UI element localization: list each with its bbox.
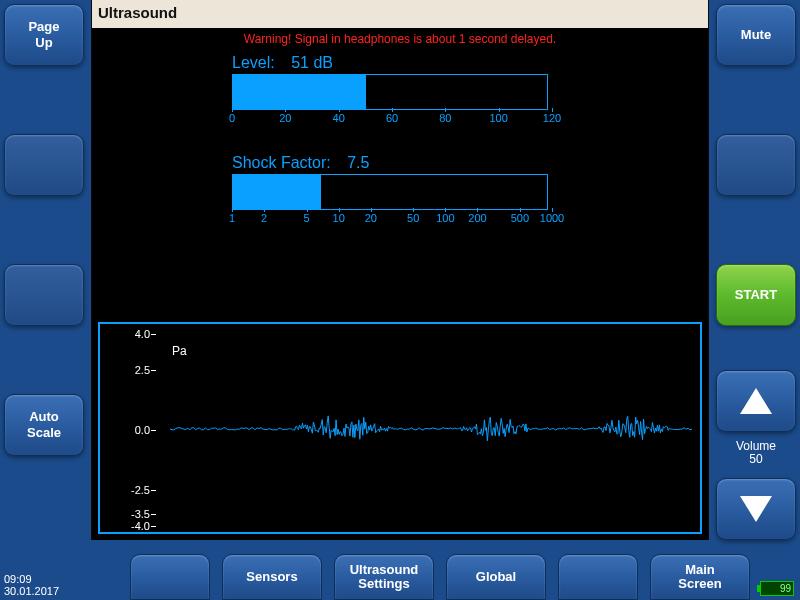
shock-block: Shock Factor: 7.5 1251020501002005001000 [232,154,552,228]
auto-scale-button[interactable]: Auto Scale [4,394,84,456]
page-title: Ultrasound [98,4,177,21]
main-screen-label: Main Screen [678,563,721,592]
main-panel: Ultrasound Warning! Signal in headphones… [91,0,709,540]
bottom-blank-2[interactable] [558,554,638,600]
left-blank-2[interactable] [4,264,84,326]
auto-scale-label: Auto Scale [27,409,61,440]
level-ticks: 020406080100120 [232,112,552,128]
ultrasound-settings-label: Ultrasound Settings [350,563,419,592]
global-label: Global [476,570,516,584]
title-bar: Ultrasound [92,0,708,28]
shock-label: Shock Factor: [232,154,331,171]
bottom-strip: 09:09 30.01.2017 Sensors Ultrasound Sett… [0,548,800,600]
waveform-plot [170,324,694,534]
battery-value: 99 [780,583,791,594]
warning-text: Warning! Signal in headphones is about 1… [92,28,708,54]
global-button[interactable]: Global [446,554,546,600]
arrow-up-icon [740,388,772,414]
clock-time: 09:09 [4,573,32,585]
right-blank-1[interactable] [716,134,796,196]
shock-ticks: 1251020501002005001000 [232,212,552,228]
level-label: Level: [232,54,275,71]
page-up-label: Page Up [28,19,59,50]
clock-date: 30.01.2017 [4,585,59,597]
shock-bar [232,174,548,210]
volume-up-button[interactable] [716,370,796,432]
bottom-blank-1[interactable] [130,554,210,600]
shock-bar-fill [233,175,321,209]
level-bar [232,74,548,110]
ultrasound-settings-button[interactable]: Ultrasound Settings [334,554,434,600]
mute-button[interactable]: Mute [716,4,796,66]
volume-down-button[interactable] [716,478,796,540]
level-bar-fill [233,75,366,109]
sensors-label: Sensors [246,570,297,584]
volume-indicator: Volume 50 [716,440,796,466]
main-screen-button[interactable]: Main Screen [650,554,750,600]
waveform-box: -4.0-3.5-2.50.02.54.0 Pa [98,322,702,534]
start-label: START [735,287,777,303]
level-value: 51 dB [291,54,333,71]
start-button[interactable]: START [716,264,796,326]
sensors-button[interactable]: Sensors [222,554,322,600]
shock-value: 7.5 [347,154,369,171]
volume-text: Volume [736,439,776,453]
waveform-y-axis: -4.0-3.5-2.50.02.54.0 [100,324,170,532]
arrow-down-icon [740,496,772,522]
mute-label: Mute [741,27,771,43]
level-block: Level: 51 dB 020406080100120 [232,54,552,128]
volume-value: 50 [749,452,762,466]
time-date: 09:09 30.01.2017 [4,573,59,598]
battery-indicator: 99 [760,581,794,596]
left-blank-1[interactable] [4,134,84,196]
page-up-button[interactable]: Page Up [4,4,84,66]
